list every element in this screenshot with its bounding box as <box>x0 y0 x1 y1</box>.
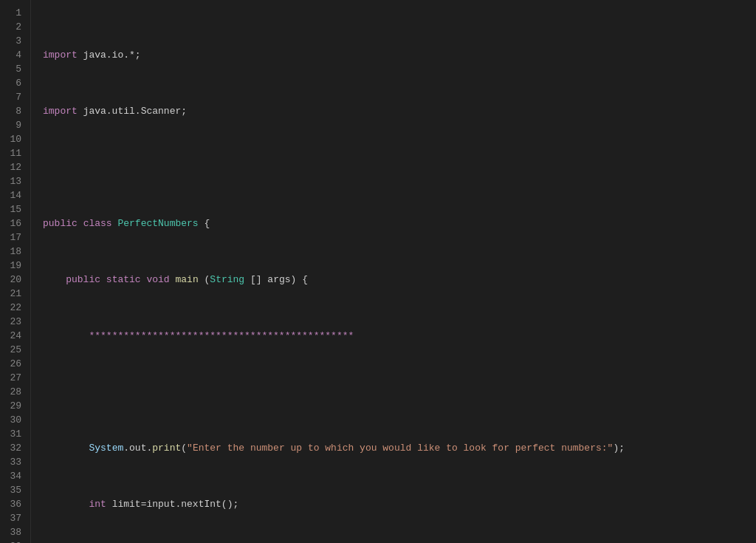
ln-13: 13 <box>0 174 30 188</box>
ln-7: 7 <box>0 90 30 104</box>
ln-33: 33 <box>0 455 30 469</box>
ln-21: 21 <box>0 287 30 301</box>
code-line-8: System.out.print("Enter the number up to… <box>43 441 756 455</box>
ln-39: 39 <box>0 539 30 543</box>
code-line-9: int limit=input.nextInt(); <box>43 497 756 511</box>
ln-26: 26 <box>0 357 30 371</box>
code-line-7 <box>43 385 756 399</box>
code-area[interactable]: import java.io.*; import java.util.Scann… <box>31 0 756 543</box>
ln-15: 15 <box>0 202 30 216</box>
code-line-1: import java.io.*; <box>43 48 756 62</box>
ln-25: 25 <box>0 343 30 357</box>
ln-12: 12 <box>0 160 30 174</box>
ln-36: 36 <box>0 497 30 511</box>
ln-37: 37 <box>0 511 30 525</box>
ln-24: 24 <box>0 329 30 343</box>
ln-17: 17 <box>0 230 30 245</box>
ln-6: 6 <box>0 76 30 90</box>
ln-3: 3 <box>0 34 30 48</box>
ln-23: 23 <box>0 315 30 329</box>
ln-31: 31 <box>0 427 30 441</box>
ln-29: 29 <box>0 399 30 413</box>
code-line-5: public static void main (String [] args)… <box>43 273 756 287</box>
ln-27: 27 <box>0 371 30 385</box>
ln-30: 30 <box>0 413 30 427</box>
ln-20: 20 <box>0 273 30 287</box>
ln-11: 11 <box>0 146 30 160</box>
ln-16: 16 <box>0 216 30 230</box>
code-line-3 <box>43 160 756 174</box>
ln-35: 35 <box>0 483 30 497</box>
code-line-4: public class PerfectNumbers { <box>43 216 756 230</box>
ln-38: 38 <box>0 525 30 539</box>
ln-9: 9 <box>0 118 30 132</box>
ln-18: 18 <box>0 245 30 259</box>
ln-32: 32 <box>0 441 30 455</box>
ln-5: 5 <box>0 62 30 76</box>
ln-19: 19 <box>0 259 30 273</box>
ln-34: 34 <box>0 469 30 483</box>
ln-10: 10 <box>0 132 30 146</box>
ln-14: 14 <box>0 188 30 202</box>
ln-4: 4 <box>0 48 30 62</box>
line-numbers: 1 2 3 4 5 6 7 8 9 10 11 12 13 14 15 16 1… <box>0 0 31 543</box>
code-editor: 1 2 3 4 5 6 7 8 9 10 11 12 13 14 15 16 1… <box>0 0 756 543</box>
ln-1: 1 <box>0 6 30 20</box>
code-line-6: ****************************************… <box>43 329 756 343</box>
code-line-2: import java.util.Scanner; <box>43 104 756 118</box>
ln-22: 22 <box>0 301 30 315</box>
ln-8: 8 <box>0 104 30 118</box>
ln-28: 28 <box>0 385 30 399</box>
ln-2: 2 <box>0 20 30 34</box>
